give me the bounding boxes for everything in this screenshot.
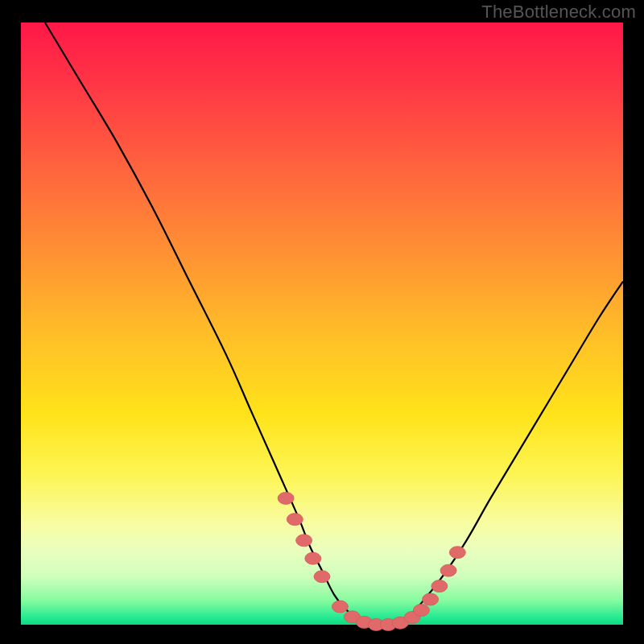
chart-svg — [21, 23, 623, 625]
marker-dot — [332, 601, 348, 613]
marker-dot — [423, 593, 439, 605]
plot-area — [21, 23, 623, 625]
marker-dot — [314, 571, 330, 583]
chart-frame: TheBottleneck.com — [0, 0, 644, 644]
marker-dot — [296, 535, 312, 547]
curve-line — [45, 23, 623, 625]
marker-dot — [413, 605, 429, 617]
marker-dot — [287, 514, 303, 526]
marker-dot — [278, 492, 294, 504]
marker-dot — [431, 580, 448, 592]
marker-dot — [440, 564, 456, 576]
marker-dot — [449, 547, 465, 559]
watermark-text: TheBottleneck.com — [481, 2, 636, 23]
marker-dot — [305, 552, 321, 564]
marker-group — [278, 492, 465, 630]
